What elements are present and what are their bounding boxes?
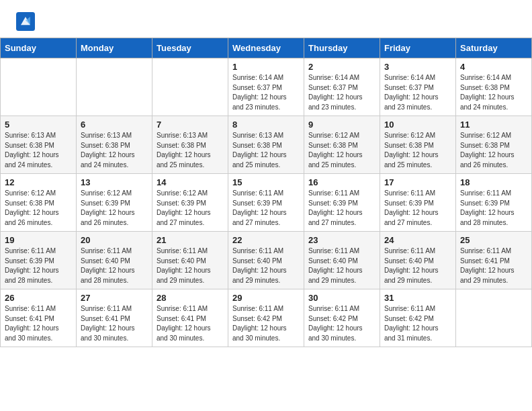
day-cell: 15Sunrise: 6:11 AM Sunset: 6:39 PM Dayli… xyxy=(228,174,304,232)
header xyxy=(0,0,532,38)
day-number: 12 xyxy=(5,177,72,187)
day-cell: 30Sunrise: 6:11 AM Sunset: 6:42 PM Dayli… xyxy=(304,289,380,347)
day-number: 20 xyxy=(81,235,148,245)
day-info: Sunrise: 6:13 AM Sunset: 6:38 PM Dayligh… xyxy=(157,131,224,170)
day-cell: 5Sunrise: 6:13 AM Sunset: 6:38 PM Daylig… xyxy=(1,116,77,174)
day-number: 29 xyxy=(232,293,300,303)
day-number: 7 xyxy=(157,120,224,130)
day-number: 25 xyxy=(460,235,527,245)
day-cell: 1Sunrise: 6:14 AM Sunset: 6:37 PM Daylig… xyxy=(228,58,304,116)
col-header-saturday: Saturday xyxy=(456,38,532,58)
day-number: 24 xyxy=(384,235,451,245)
day-number: 16 xyxy=(308,177,375,187)
day-info: Sunrise: 6:11 AM Sunset: 6:42 PM Dayligh… xyxy=(232,304,300,343)
day-info: Sunrise: 6:11 AM Sunset: 6:40 PM Dayligh… xyxy=(308,246,375,285)
day-cell: 8Sunrise: 6:13 AM Sunset: 6:38 PM Daylig… xyxy=(228,116,304,174)
week-row-4: 19Sunrise: 6:11 AM Sunset: 6:39 PM Dayli… xyxy=(1,232,532,289)
day-number: 27 xyxy=(81,293,148,303)
day-number: 21 xyxy=(157,235,224,245)
day-cell: 17Sunrise: 6:11 AM Sunset: 6:39 PM Dayli… xyxy=(380,174,456,232)
day-info: Sunrise: 6:11 AM Sunset: 6:40 PM Dayligh… xyxy=(232,246,300,285)
day-headers-row: SundayMondayTuesdayWednesdayThursdayFrid… xyxy=(1,38,532,58)
day-number: 30 xyxy=(308,293,375,303)
day-cell: 13Sunrise: 6:12 AM Sunset: 6:39 PM Dayli… xyxy=(77,174,152,232)
day-info: Sunrise: 6:11 AM Sunset: 6:39 PM Dayligh… xyxy=(5,246,72,285)
day-info: Sunrise: 6:11 AM Sunset: 6:41 PM Dayligh… xyxy=(81,304,148,343)
day-number: 17 xyxy=(384,177,451,187)
day-cell: 2Sunrise: 6:14 AM Sunset: 6:37 PM Daylig… xyxy=(304,58,380,116)
day-info: Sunrise: 6:12 AM Sunset: 6:39 PM Dayligh… xyxy=(157,189,224,228)
day-cell: 23Sunrise: 6:11 AM Sunset: 6:40 PM Dayli… xyxy=(304,232,380,289)
col-header-wednesday: Wednesday xyxy=(228,38,304,58)
day-number: 15 xyxy=(232,177,300,187)
day-number: 6 xyxy=(81,120,148,130)
day-cell: 14Sunrise: 6:12 AM Sunset: 6:39 PM Dayli… xyxy=(152,174,228,232)
col-header-thursday: Thursday xyxy=(304,38,380,58)
day-cell: 16Sunrise: 6:11 AM Sunset: 6:39 PM Dayli… xyxy=(304,174,380,232)
day-number: 8 xyxy=(232,120,300,130)
day-info: Sunrise: 6:11 AM Sunset: 6:42 PM Dayligh… xyxy=(308,304,375,343)
logo xyxy=(16,12,36,31)
day-info: Sunrise: 6:12 AM Sunset: 6:39 PM Dayligh… xyxy=(81,189,148,228)
day-info: Sunrise: 6:11 AM Sunset: 6:42 PM Dayligh… xyxy=(384,304,451,343)
day-info: Sunrise: 6:13 AM Sunset: 6:38 PM Dayligh… xyxy=(232,131,300,170)
day-info: Sunrise: 6:13 AM Sunset: 6:38 PM Dayligh… xyxy=(5,131,72,170)
day-cell: 21Sunrise: 6:11 AM Sunset: 6:40 PM Dayli… xyxy=(152,232,228,289)
day-number: 31 xyxy=(384,293,451,303)
logo-icon xyxy=(16,12,35,31)
day-info: Sunrise: 6:11 AM Sunset: 6:41 PM Dayligh… xyxy=(460,246,527,285)
day-cell: 24Sunrise: 6:11 AM Sunset: 6:40 PM Dayli… xyxy=(380,232,456,289)
day-info: Sunrise: 6:14 AM Sunset: 6:37 PM Dayligh… xyxy=(232,73,300,112)
day-number: 5 xyxy=(5,120,72,130)
day-number: 14 xyxy=(157,177,224,187)
calendar-table: SundayMondayTuesdayWednesdayThursdayFrid… xyxy=(0,38,532,347)
day-cell: 4Sunrise: 6:14 AM Sunset: 6:38 PM Daylig… xyxy=(456,58,532,116)
day-info: Sunrise: 6:14 AM Sunset: 6:38 PM Dayligh… xyxy=(460,73,527,112)
day-number: 9 xyxy=(308,120,375,130)
day-cell: 29Sunrise: 6:11 AM Sunset: 6:42 PM Dayli… xyxy=(228,289,304,347)
page: SundayMondayTuesdayWednesdayThursdayFrid… xyxy=(0,0,532,411)
day-number: 3 xyxy=(384,62,451,72)
day-number: 13 xyxy=(81,177,148,187)
day-cell: 11Sunrise: 6:12 AM Sunset: 6:38 PM Dayli… xyxy=(456,116,532,174)
week-row-5: 26Sunrise: 6:11 AM Sunset: 6:41 PM Dayli… xyxy=(1,289,532,347)
day-cell xyxy=(1,58,77,116)
day-info: Sunrise: 6:11 AM Sunset: 6:39 PM Dayligh… xyxy=(460,189,527,228)
day-info: Sunrise: 6:11 AM Sunset: 6:40 PM Dayligh… xyxy=(157,246,224,285)
day-info: Sunrise: 6:12 AM Sunset: 6:38 PM Dayligh… xyxy=(5,189,72,228)
day-info: Sunrise: 6:12 AM Sunset: 6:38 PM Dayligh… xyxy=(460,131,527,170)
day-cell: 12Sunrise: 6:12 AM Sunset: 6:38 PM Dayli… xyxy=(1,174,77,232)
day-info: Sunrise: 6:12 AM Sunset: 6:38 PM Dayligh… xyxy=(384,131,451,170)
day-cell: 6Sunrise: 6:13 AM Sunset: 6:38 PM Daylig… xyxy=(77,116,152,174)
day-number: 22 xyxy=(232,235,300,245)
day-cell: 25Sunrise: 6:11 AM Sunset: 6:41 PM Dayli… xyxy=(456,232,532,289)
week-row-3: 12Sunrise: 6:12 AM Sunset: 6:38 PM Dayli… xyxy=(1,174,532,232)
day-cell xyxy=(456,289,532,347)
day-number: 4 xyxy=(460,62,527,72)
day-number: 28 xyxy=(157,293,224,303)
day-info: Sunrise: 6:11 AM Sunset: 6:41 PM Dayligh… xyxy=(5,304,72,343)
day-info: Sunrise: 6:11 AM Sunset: 6:39 PM Dayligh… xyxy=(384,189,451,228)
day-cell: 3Sunrise: 6:14 AM Sunset: 6:37 PM Daylig… xyxy=(380,58,456,116)
day-info: Sunrise: 6:14 AM Sunset: 6:37 PM Dayligh… xyxy=(384,73,451,112)
day-info: Sunrise: 6:13 AM Sunset: 6:38 PM Dayligh… xyxy=(81,131,148,170)
day-cell: 22Sunrise: 6:11 AM Sunset: 6:40 PM Dayli… xyxy=(228,232,304,289)
week-row-2: 5Sunrise: 6:13 AM Sunset: 6:38 PM Daylig… xyxy=(1,116,532,174)
col-header-tuesday: Tuesday xyxy=(152,38,228,58)
day-info: Sunrise: 6:11 AM Sunset: 6:40 PM Dayligh… xyxy=(81,246,148,285)
day-info: Sunrise: 6:11 AM Sunset: 6:41 PM Dayligh… xyxy=(157,304,224,343)
day-cell: 19Sunrise: 6:11 AM Sunset: 6:39 PM Dayli… xyxy=(1,232,77,289)
day-number: 18 xyxy=(460,177,527,187)
day-info: Sunrise: 6:11 AM Sunset: 6:39 PM Dayligh… xyxy=(232,189,300,228)
day-info: Sunrise: 6:12 AM Sunset: 6:38 PM Dayligh… xyxy=(308,131,375,170)
day-number: 19 xyxy=(5,235,72,245)
day-cell: 28Sunrise: 6:11 AM Sunset: 6:41 PM Dayli… xyxy=(152,289,228,347)
day-cell: 26Sunrise: 6:11 AM Sunset: 6:41 PM Dayli… xyxy=(1,289,77,347)
day-cell: 7Sunrise: 6:13 AM Sunset: 6:38 PM Daylig… xyxy=(152,116,228,174)
day-number: 23 xyxy=(308,235,375,245)
day-number: 10 xyxy=(384,120,451,130)
day-cell: 27Sunrise: 6:11 AM Sunset: 6:41 PM Dayli… xyxy=(77,289,152,347)
col-header-monday: Monday xyxy=(77,38,152,58)
day-number: 11 xyxy=(460,120,527,130)
day-cell: 10Sunrise: 6:12 AM Sunset: 6:38 PM Dayli… xyxy=(380,116,456,174)
